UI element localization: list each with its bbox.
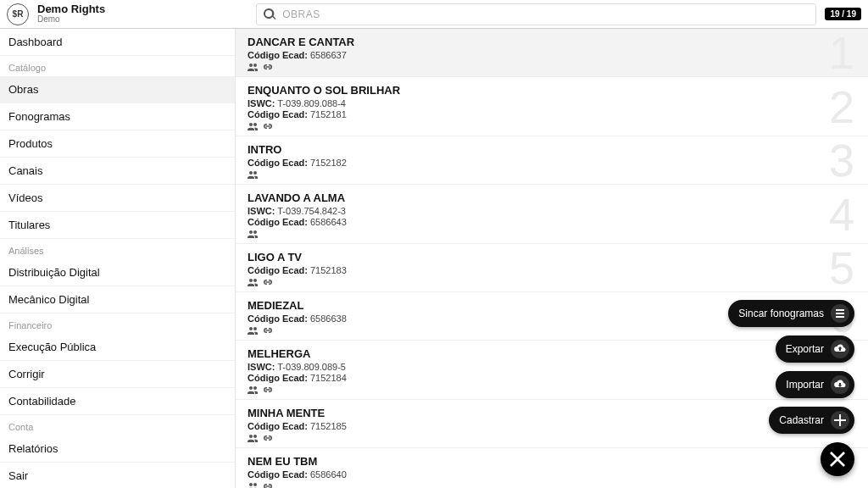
import-button[interactable]: Importar (776, 371, 854, 398)
iswc-label: ISWC: (248, 206, 275, 216)
work-row[interactable]: DANCAR E CANTARCódigo Ecad: 65866371 (236, 29, 868, 77)
ecad-value: 6586637 (310, 50, 347, 60)
ecad-label: Código Ecad: (248, 50, 308, 60)
sidebar-item-fonogramas[interactable]: Fonogramas (0, 103, 235, 130)
create-label: Cadastrar (779, 414, 824, 426)
work-icons (248, 63, 856, 71)
work-icons (248, 482, 856, 488)
people-icon (248, 278, 258, 286)
people-icon (248, 385, 258, 394)
search-icon (264, 8, 275, 20)
ecad-label: Código Ecad: (248, 313, 308, 324)
link-icon (263, 434, 273, 442)
work-title: LIGO A TV (248, 251, 856, 263)
link-icon (263, 385, 273, 394)
work-iswc: ISWC: T-039.754.842-3 (248, 206, 856, 216)
work-icons (248, 122, 856, 130)
cloud-upload-icon (831, 340, 849, 358)
link-icon (263, 326, 273, 335)
sidebar-header-financeiro: Financeiro (0, 313, 235, 334)
sidebar-header-an-lises: Análises (0, 239, 235, 259)
work-row[interactable]: ENQUANTO O SOL BRILHARISWC: T-039.809.08… (236, 77, 868, 136)
people-icon (248, 326, 258, 335)
sidebar-header-cat-logo: Catálogo (0, 56, 235, 76)
sidebar-header-conta: Conta (0, 415, 235, 435)
ecad-value: 7152183 (310, 265, 347, 275)
ecad-label: Código Ecad: (248, 265, 308, 275)
result-count-badge: 19 / 19 (825, 8, 861, 20)
ecad-label: Código Ecad: (248, 373, 308, 383)
fab-stack: Sincar fonogramas Exportar Importar Cada… (728, 300, 854, 476)
org-title: Demo Rights (37, 3, 105, 15)
people-icon (248, 434, 258, 442)
work-row[interactable]: INTROCódigo Ecad: 71521823 (236, 136, 868, 185)
search-input[interactable] (282, 8, 809, 20)
sidebar-item-titulares[interactable]: Titulares (0, 212, 235, 239)
people-icon (248, 170, 258, 179)
plus-icon (831, 411, 849, 430)
export-label: Exportar (786, 343, 824, 355)
ecad-label: Código Ecad: (248, 421, 308, 431)
ecad-value: 7152182 (310, 158, 347, 168)
link-icon (263, 482, 273, 488)
iswc-value: T-039.809.089-5 (277, 362, 346, 372)
sync-label: Sincar fonogramas (738, 308, 824, 319)
ecad-value: 7152181 (310, 109, 347, 119)
ecad-value: 6586643 (310, 217, 347, 227)
people-icon (248, 63, 258, 71)
work-title: DANCAR E CANTAR (248, 36, 856, 48)
main: DANCAR E CANTARCódigo Ecad: 65866371ENQU… (236, 29, 868, 488)
work-ecad: Código Ecad: 6586643 (248, 217, 856, 227)
work-icons (248, 170, 856, 179)
close-icon (830, 452, 845, 467)
sidebar-item-corrigir[interactable]: Corrigir (0, 361, 235, 388)
ecad-label: Código Ecad: (248, 109, 308, 119)
sidebar-item-obras[interactable]: Obras (0, 76, 235, 103)
create-button[interactable]: Cadastrar (769, 407, 854, 434)
sidebar-item-dashboard[interactable]: Dashboard (0, 29, 235, 56)
iswc-value: T-039.754.842-3 (277, 206, 346, 216)
work-iswc: ISWC: T-039.809.088-4 (248, 98, 856, 108)
link-icon (263, 278, 273, 286)
iswc-value: T-039.809.088-4 (277, 98, 346, 108)
iswc-label: ISWC: (248, 98, 275, 108)
ecad-value: 6586638 (310, 313, 347, 324)
sidebar-item-sair[interactable]: Sair (0, 463, 235, 488)
sidebar-item-contabilidade[interactable]: Contabilidade (0, 388, 235, 415)
sidebar-item-distribui-o-digital[interactable]: Distribuição Digital (0, 259, 235, 286)
search-bar[interactable] (256, 3, 816, 25)
sidebar-item-canais[interactable]: Canais (0, 158, 235, 185)
sidebar-item-mec-nico-digital[interactable]: Mecânico Digital (0, 286, 235, 313)
ecad-label: Código Ecad: (248, 217, 308, 227)
work-icons (248, 278, 856, 286)
link-icon (263, 122, 273, 130)
logo: $R (7, 3, 29, 25)
ecad-label: Código Ecad: (248, 158, 308, 168)
work-title: ENQUANTO O SOL BRILHAR (248, 84, 856, 97)
sidebar-item-v-deos[interactable]: Vídeos (0, 185, 235, 212)
work-row[interactable]: LIGO A TVCódigo Ecad: 71521835 (236, 244, 868, 292)
org-info: Demo Rights Demo (37, 3, 105, 24)
list-icon (831, 304, 849, 323)
ecad-value: 6586640 (310, 469, 347, 480)
work-ecad: Código Ecad: 6586637 (248, 50, 856, 60)
work-row[interactable]: LAVANDO A ALMAISWC: T-039.754.842-3Códig… (236, 185, 868, 244)
sidebar-item-execu-o-p-blica[interactable]: Execução Pública (0, 334, 235, 361)
work-title: INTRO (248, 143, 856, 156)
people-icon (248, 482, 258, 488)
work-ecad: Código Ecad: 7152183 (248, 265, 856, 275)
sidebar-item-relat-rios[interactable]: Relatórios (0, 435, 235, 463)
sidebar-item-produtos[interactable]: Produtos (0, 130, 235, 158)
import-label: Importar (786, 379, 824, 391)
export-button[interactable]: Exportar (776, 336, 854, 363)
link-icon (263, 63, 273, 71)
sync-phonograms-button[interactable]: Sincar fonogramas (728, 300, 854, 327)
work-ecad: Código Ecad: 7152181 (248, 109, 856, 119)
people-icon (248, 122, 258, 130)
ecad-value: 7152185 (310, 421, 347, 431)
org-subtitle: Demo (37, 15, 105, 25)
ecad-value: 7152184 (310, 373, 347, 383)
ecad-label: Código Ecad: (248, 469, 308, 480)
fab-close-button[interactable] (821, 442, 854, 476)
work-icons (248, 230, 856, 238)
